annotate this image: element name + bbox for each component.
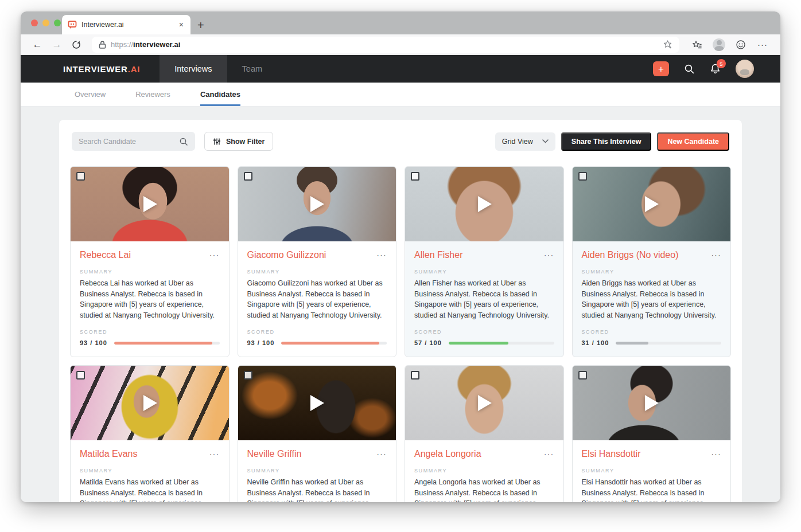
summary-label: SUMMARY xyxy=(247,468,387,474)
candidate-summary: Elsi Hansdottir has worked at Uber as Bu… xyxy=(582,477,722,502)
user-avatar[interactable] xyxy=(736,60,754,78)
address-bar[interactable]: https://interviewer.ai xyxy=(92,37,679,53)
candidate-name[interactable]: Allen Fisher xyxy=(414,250,462,260)
candidates-toolbar: Show Filter Grid View Share This Intervi… xyxy=(68,132,733,151)
score-value: 57 / 100 xyxy=(414,339,442,346)
candidate-name[interactable]: Elsi Hansdottir xyxy=(582,449,641,459)
summary-label: SUMMARY xyxy=(582,468,722,474)
add-button[interactable]: + xyxy=(653,61,669,76)
browser-tab[interactable]: Interviewer.ai × xyxy=(62,15,190,34)
candidate-checkbox[interactable] xyxy=(244,172,252,181)
score-value: 93 / 100 xyxy=(247,339,275,346)
candidate-checkbox[interactable] xyxy=(76,172,85,181)
play-icon[interactable] xyxy=(645,395,659,411)
bookmark-star-icon[interactable] xyxy=(663,40,672,49)
card-menu-icon[interactable]: ··· xyxy=(377,451,387,457)
candidate-name[interactable]: Aiden Briggs (No video) xyxy=(582,250,679,260)
candidate-card[interactable]: Allen Fisher ··· SUMMARY Allen Fisher ha… xyxy=(405,166,564,357)
browser-menu-icon[interactable]: ··· xyxy=(753,40,772,49)
play-icon[interactable] xyxy=(478,196,492,212)
candidate-card[interactable]: Giacomo Guilizzoni ··· SUMMARY Giacomo G… xyxy=(238,166,397,357)
close-tab-icon[interactable]: × xyxy=(178,20,185,29)
notifications-bell-icon[interactable]: 5 xyxy=(710,63,721,75)
app-logo[interactable]: INTERVIEWER.AI xyxy=(63,55,140,83)
candidate-video-thumbnail[interactable] xyxy=(573,167,731,241)
candidate-checkbox[interactable] xyxy=(578,172,587,181)
search-candidate-box[interactable] xyxy=(72,132,195,151)
candidate-video-thumbnail[interactable] xyxy=(573,366,731,440)
candidates-grid: Rebecca Lai ··· SUMMARY Rebecca Lai has … xyxy=(68,166,733,502)
candidate-checkbox[interactable] xyxy=(411,172,419,181)
back-icon[interactable]: ← xyxy=(29,39,46,50)
candidate-video-thumbnail[interactable] xyxy=(238,366,396,440)
score-bar-fill xyxy=(616,342,648,345)
scored-label: SCORED xyxy=(80,329,220,335)
tab-candidates[interactable]: Candidates xyxy=(200,90,240,106)
url-text: https://interviewer.ai xyxy=(111,40,180,49)
candidate-video-thumbnail[interactable] xyxy=(71,167,229,241)
tab-reviewers[interactable]: Reviewers xyxy=(135,90,170,106)
forward-icon[interactable]: → xyxy=(48,39,65,50)
card-menu-icon[interactable]: ··· xyxy=(544,252,554,258)
candidate-video-thumbnail[interactable] xyxy=(405,167,563,241)
candidate-name[interactable]: Matilda Evans xyxy=(80,449,138,459)
candidate-checkbox[interactable] xyxy=(76,371,85,380)
candidate-checkbox[interactable] xyxy=(411,371,419,380)
filter-sliders-icon xyxy=(213,138,221,146)
nav-item-interviews[interactable]: Interviews xyxy=(160,55,227,83)
app-navbar: INTERVIEWER.AI Interviews Team + 5 xyxy=(21,55,780,83)
score-bar xyxy=(281,342,387,345)
new-tab-button[interactable]: + xyxy=(197,19,204,31)
share-interview-button[interactable]: Share This Interview xyxy=(561,132,652,151)
candidate-checkbox[interactable] xyxy=(244,371,252,380)
interview-subnav: Overview Reviewers Candidates xyxy=(21,83,780,107)
tab-overview[interactable]: Overview xyxy=(75,90,106,106)
play-icon[interactable] xyxy=(143,395,157,411)
new-candidate-button[interactable]: New Candidate xyxy=(657,132,729,151)
candidate-card[interactable]: Rebecca Lai ··· SUMMARY Rebecca Lai has … xyxy=(70,166,230,357)
feedback-smiley-icon[interactable] xyxy=(731,40,751,50)
nav-item-team[interactable]: Team xyxy=(227,55,277,83)
candidate-name[interactable]: Giacomo Guilizzoni xyxy=(247,250,326,260)
play-icon[interactable] xyxy=(310,196,324,212)
candidate-card[interactable]: Angela Longoria ··· SUMMARY Angela Longo… xyxy=(405,365,564,502)
card-menu-icon[interactable]: ··· xyxy=(209,451,220,457)
candidate-name[interactable]: Angela Longoria xyxy=(414,449,481,459)
card-menu-icon[interactable]: ··· xyxy=(711,252,722,258)
candidate-card[interactable]: Matilda Evans ··· SUMMARY Matilda Evans … xyxy=(70,365,230,502)
score-bar xyxy=(616,342,721,345)
candidate-checkbox[interactable] xyxy=(578,371,587,380)
lock-icon xyxy=(99,41,106,49)
search-candidate-input[interactable] xyxy=(79,138,179,146)
candidate-video-thumbnail[interactable] xyxy=(71,366,229,440)
candidate-name[interactable]: Neville Griffin xyxy=(247,449,302,459)
play-icon[interactable] xyxy=(478,395,492,411)
search-icon[interactable] xyxy=(684,64,695,75)
profile-avatar-icon[interactable] xyxy=(709,38,729,51)
reload-icon[interactable] xyxy=(68,40,85,49)
card-menu-icon[interactable]: ··· xyxy=(209,252,220,258)
candidate-video-thumbnail[interactable] xyxy=(238,167,396,241)
close-window-button[interactable] xyxy=(31,19,38,26)
notification-badge: 5 xyxy=(717,59,726,68)
candidate-card[interactable]: Neville Griffin ··· SUMMARY Neville Grif… xyxy=(238,365,397,502)
collections-icon[interactable] xyxy=(687,40,707,50)
candidates-panel: Show Filter Grid View Share This Intervi… xyxy=(59,120,742,502)
candidate-name[interactable]: Rebecca Lai xyxy=(80,250,131,260)
play-icon[interactable] xyxy=(310,395,324,411)
candidate-card[interactable]: Aiden Briggs (No video) ··· SUMMARY Aide… xyxy=(572,166,732,357)
maximize-window-button[interactable] xyxy=(54,19,61,26)
search-candidate-icon[interactable] xyxy=(179,137,188,146)
minimize-window-button[interactable] xyxy=(42,19,49,26)
play-icon[interactable] xyxy=(143,196,157,212)
score-bar-fill xyxy=(281,342,379,345)
card-menu-icon[interactable]: ··· xyxy=(377,252,387,258)
view-mode-select[interactable]: Grid View xyxy=(495,132,555,151)
play-icon[interactable] xyxy=(645,196,659,212)
candidate-video-thumbnail[interactable] xyxy=(405,366,563,440)
card-menu-icon[interactable]: ··· xyxy=(544,451,554,457)
score-bar-fill xyxy=(449,342,509,345)
card-menu-icon[interactable]: ··· xyxy=(711,451,722,457)
show-filter-button[interactable]: Show Filter xyxy=(204,132,273,151)
candidate-card[interactable]: Elsi Hansdottir ··· SUMMARY Elsi Hansdot… xyxy=(572,365,732,502)
